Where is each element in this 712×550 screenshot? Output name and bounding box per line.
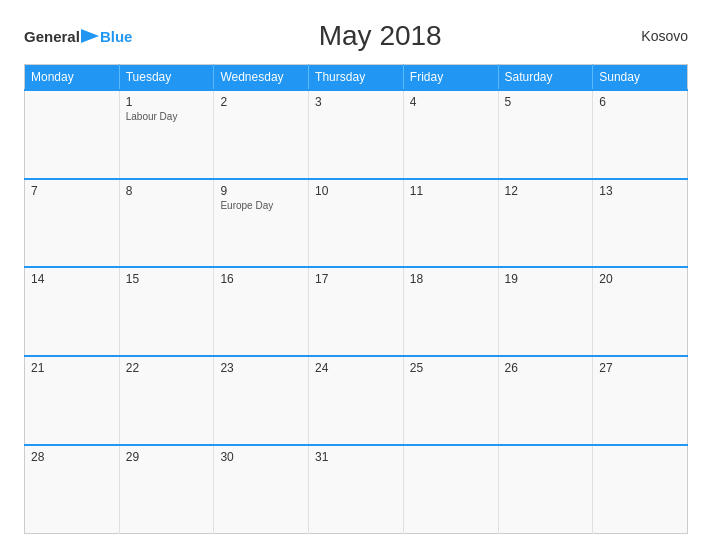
calendar-cell: 5 bbox=[498, 90, 593, 179]
calendar-cell: 29 bbox=[119, 445, 214, 534]
calendar-cell: 16 bbox=[214, 267, 309, 356]
calendar-cell: 22 bbox=[119, 356, 214, 445]
day-number: 20 bbox=[599, 272, 681, 286]
calendar-body: 1Labour Day23456789Europe Day10111213141… bbox=[25, 90, 688, 534]
day-number: 12 bbox=[505, 184, 587, 198]
day-number: 19 bbox=[505, 272, 587, 286]
day-number: 3 bbox=[315, 95, 397, 109]
calendar-cell bbox=[593, 445, 688, 534]
logo-general-text: General bbox=[24, 29, 80, 44]
calendar-cell: 8 bbox=[119, 179, 214, 268]
calendar-cell: 17 bbox=[309, 267, 404, 356]
day-number: 31 bbox=[315, 450, 397, 464]
calendar-cell: 15 bbox=[119, 267, 214, 356]
day-number: 13 bbox=[599, 184, 681, 198]
day-number: 11 bbox=[410, 184, 492, 198]
days-of-week-row: MondayTuesdayWednesdayThursdayFridaySatu… bbox=[25, 65, 688, 91]
calendar-cell: 24 bbox=[309, 356, 404, 445]
week-row-1: 1Labour Day23456 bbox=[25, 90, 688, 179]
calendar-cell: 10 bbox=[309, 179, 404, 268]
day-of-week-saturday: Saturday bbox=[498, 65, 593, 91]
calendar-cell bbox=[403, 445, 498, 534]
day-number: 4 bbox=[410, 95, 492, 109]
day-of-week-friday: Friday bbox=[403, 65, 498, 91]
calendar-cell: 19 bbox=[498, 267, 593, 356]
calendar-cell: 18 bbox=[403, 267, 498, 356]
day-number: 27 bbox=[599, 361, 681, 375]
week-row-2: 789Europe Day10111213 bbox=[25, 179, 688, 268]
day-number: 30 bbox=[220, 450, 302, 464]
calendar-title: May 2018 bbox=[132, 20, 628, 52]
day-number: 17 bbox=[315, 272, 397, 286]
day-number: 23 bbox=[220, 361, 302, 375]
logo-blue-text: Blue bbox=[100, 29, 133, 44]
calendar-cell: 4 bbox=[403, 90, 498, 179]
day-number: 5 bbox=[505, 95, 587, 109]
week-row-5: 28293031 bbox=[25, 445, 688, 534]
calendar-cell: 21 bbox=[25, 356, 120, 445]
country-label: Kosovo bbox=[628, 28, 688, 44]
page: General Blue May 2018 Kosovo MondayTuesd… bbox=[0, 0, 712, 550]
day-number: 14 bbox=[31, 272, 113, 286]
calendar-cell: 9Europe Day bbox=[214, 179, 309, 268]
day-of-week-wednesday: Wednesday bbox=[214, 65, 309, 91]
day-number: 6 bbox=[599, 95, 681, 109]
calendar-cell bbox=[25, 90, 120, 179]
day-of-week-sunday: Sunday bbox=[593, 65, 688, 91]
logo: General Blue bbox=[24, 29, 132, 44]
calendar-cell: 26 bbox=[498, 356, 593, 445]
calendar-cell: 27 bbox=[593, 356, 688, 445]
calendar-cell: 7 bbox=[25, 179, 120, 268]
day-number: 29 bbox=[126, 450, 208, 464]
day-number: 10 bbox=[315, 184, 397, 198]
day-of-week-monday: Monday bbox=[25, 65, 120, 91]
day-number: 15 bbox=[126, 272, 208, 286]
calendar-cell: 14 bbox=[25, 267, 120, 356]
calendar-cell: 11 bbox=[403, 179, 498, 268]
calendar-cell: 13 bbox=[593, 179, 688, 268]
day-number: 28 bbox=[31, 450, 113, 464]
calendar-cell: 1Labour Day bbox=[119, 90, 214, 179]
calendar-header: MondayTuesdayWednesdayThursdayFridaySatu… bbox=[25, 65, 688, 91]
day-number: 16 bbox=[220, 272, 302, 286]
day-number: 18 bbox=[410, 272, 492, 286]
day-number: 22 bbox=[126, 361, 208, 375]
day-of-week-tuesday: Tuesday bbox=[119, 65, 214, 91]
week-row-3: 14151617181920 bbox=[25, 267, 688, 356]
day-number: 24 bbox=[315, 361, 397, 375]
holiday-label: Labour Day bbox=[126, 111, 208, 122]
logo-flag-icon bbox=[81, 29, 99, 43]
calendar-cell: 30 bbox=[214, 445, 309, 534]
day-number: 1 bbox=[126, 95, 208, 109]
calendar-cell: 3 bbox=[309, 90, 404, 179]
day-of-week-thursday: Thursday bbox=[309, 65, 404, 91]
day-number: 25 bbox=[410, 361, 492, 375]
calendar-table: MondayTuesdayWednesdayThursdayFridaySatu… bbox=[24, 64, 688, 534]
calendar-cell: 2 bbox=[214, 90, 309, 179]
day-number: 21 bbox=[31, 361, 113, 375]
day-number: 8 bbox=[126, 184, 208, 198]
calendar-cell: 28 bbox=[25, 445, 120, 534]
day-number: 7 bbox=[31, 184, 113, 198]
calendar-cell: 12 bbox=[498, 179, 593, 268]
holiday-label: Europe Day bbox=[220, 200, 302, 211]
calendar-cell: 31 bbox=[309, 445, 404, 534]
calendar-cell bbox=[498, 445, 593, 534]
week-row-4: 21222324252627 bbox=[25, 356, 688, 445]
calendar-cell: 23 bbox=[214, 356, 309, 445]
svg-marker-0 bbox=[81, 29, 99, 43]
calendar-cell: 6 bbox=[593, 90, 688, 179]
calendar-cell: 20 bbox=[593, 267, 688, 356]
day-number: 9 bbox=[220, 184, 302, 198]
day-number: 2 bbox=[220, 95, 302, 109]
header: General Blue May 2018 Kosovo bbox=[24, 20, 688, 52]
calendar-cell: 25 bbox=[403, 356, 498, 445]
day-number: 26 bbox=[505, 361, 587, 375]
